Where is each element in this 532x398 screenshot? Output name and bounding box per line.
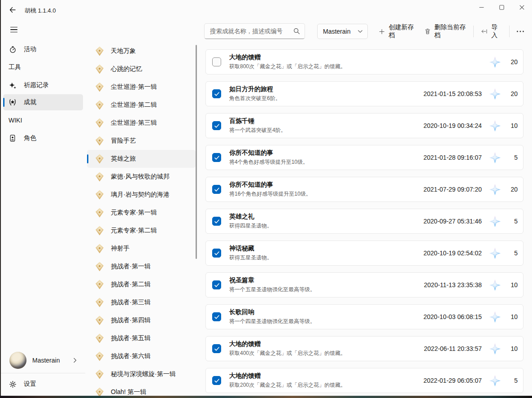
- achievement-reward-value: 5: [507, 377, 518, 384]
- back-arrow-icon: [9, 6, 16, 13]
- sidebar-item-activities[interactable]: 活动: [3, 41, 83, 57]
- primogem-icon: [489, 88, 501, 100]
- achievement-checkbox[interactable]: [212, 57, 221, 66]
- category-item[interactable]: 元素专家·第一辑: [87, 204, 196, 222]
- primogem-icon: [489, 184, 501, 196]
- category-item[interactable]: 尘世巡游·第三辑: [87, 114, 196, 132]
- primogem-icon: [489, 215, 501, 227]
- category-emblem-icon: [94, 315, 105, 326]
- achievement-date: 2021-07-29 09:07:20: [423, 186, 482, 193]
- trash-icon: [425, 28, 431, 35]
- achievement-card: 大地的馈赠 获取400次「藏金之花」或「启示之花」的馈藏。 2022-06-11…: [205, 336, 523, 361]
- achievement-checkbox[interactable]: [212, 249, 221, 258]
- category-list: 天地万象 心跳的记忆: [85, 20, 202, 396]
- category-emblem-icon: [94, 207, 105, 218]
- search-input[interactable]: 搜索成就名称，描述或编号: [204, 23, 305, 39]
- sidebar-item-settings[interactable]: 设置: [3, 376, 83, 392]
- category-item[interactable]: 元素专家·第二辑: [87, 222, 196, 240]
- category-item[interactable]: 秘境与深境螺旋·第一辑: [87, 365, 196, 383]
- user-account-button[interactable]: Masterain: [3, 349, 83, 372]
- category-item[interactable]: 璃月·岩与契约的海港: [87, 186, 196, 204]
- toolbar: 搜索成就名称，描述或编号 Masterain 创建新存档 删除当前存档 导入: [202, 20, 532, 45]
- import-label: 导入: [491, 23, 501, 39]
- achievement-description: 将4个角色好感等级提升至10级。: [229, 158, 308, 166]
- category-item[interactable]: 神射手: [87, 240, 196, 258]
- achievement-title: 百炼千锤: [229, 117, 286, 125]
- achievement-checkbox[interactable]: [212, 376, 221, 385]
- archive-selector-dropdown[interactable]: Masterain: [317, 24, 368, 39]
- category-label: 元素专家·第二辑: [111, 227, 157, 235]
- sidebar-item-characters[interactable]: 角色: [3, 130, 83, 146]
- checkmark-icon: [214, 314, 220, 320]
- category-label: 挑战者·第五辑: [111, 334, 151, 342]
- toolbar-divider: [509, 26, 510, 37]
- chevron-down-icon: [358, 29, 363, 34]
- close-button[interactable]: [512, 0, 532, 14]
- achievement-title: 大地的馈赠: [229, 53, 346, 61]
- achievement-card: 大地的馈赠 获取800次「藏金之花」或「启示之花」的馈藏。 20: [205, 49, 523, 74]
- import-button[interactable]: 导入: [476, 20, 506, 43]
- category-item[interactable]: 天地万象: [87, 42, 196, 60]
- category-emblem-icon: [94, 387, 105, 396]
- category-label: 元素专家·第一辑: [111, 209, 157, 217]
- achievement-description: 将一个五星圣遗物强化至最高等级。: [229, 286, 315, 293]
- achievement-description: 将一个四星圣遗物强化至最高等级。: [229, 318, 315, 325]
- achievement-reward-value: 20: [507, 90, 518, 97]
- category-item[interactable]: 挑战者·第三辑: [87, 293, 196, 311]
- more-options-button[interactable]: [512, 25, 528, 38]
- achievement-checkbox[interactable]: [212, 312, 221, 321]
- category-emblem-icon: [94, 279, 105, 290]
- achievement-content: 搜索成就名称，描述或编号 Masterain 创建新存档 删除当前存档 导入: [202, 20, 532, 396]
- category-item[interactable]: 尘世巡游·第一辑: [87, 78, 196, 96]
- category-emblem-icon: [94, 171, 105, 182]
- chevron-right-icon: [72, 358, 78, 363]
- delete-archive-button[interactable]: 删除当前存档: [420, 20, 471, 43]
- category-item[interactable]: 挑战者·第五辑: [87, 329, 196, 347]
- achievement-checkbox[interactable]: [212, 89, 221, 98]
- primogem-icon: [489, 279, 501, 291]
- minimize-button[interactable]: [471, 0, 492, 14]
- achievement-title: 大地的馈赠: [229, 372, 346, 380]
- category-label: 尘世巡游·第二辑: [111, 101, 157, 109]
- archive-selector-value: Masterain: [323, 28, 358, 35]
- achievement-reward-value: 5: [507, 218, 518, 225]
- close-icon: [519, 5, 524, 10]
- back-button[interactable]: [6, 4, 19, 16]
- category-item[interactable]: 蒙德·风与牧歌的城邦: [87, 168, 196, 186]
- category-label: 尘世巡游·第一辑: [111, 83, 157, 91]
- achievement-card: 神话秘藏 获得五星圣遗物。 2020-10-19 02:54:02 5: [205, 241, 523, 266]
- achievement-description: 获取800次「藏金之花」或「启示之花」的馈藏。: [229, 63, 346, 70]
- category-item[interactable]: 挑战者·第四辑: [87, 311, 196, 329]
- nav-sidebar: 活动 工具 祈愿记录 成就 WIKI 角色 Masterain 设置: [1, 20, 85, 396]
- category-emblem-icon: [94, 297, 105, 308]
- sidebar-item-achievements[interactable]: 成就: [3, 94, 83, 110]
- checkmark-icon: [214, 123, 220, 129]
- search-icon: [293, 28, 300, 35]
- category-item[interactable]: 挑战者·第一辑: [87, 258, 196, 276]
- category-item[interactable]: Olah! 第一辑: [87, 383, 196, 396]
- maximize-button[interactable]: [492, 0, 512, 14]
- category-item[interactable]: 冒险手艺: [87, 132, 196, 150]
- achievement-reward-value: 10: [507, 281, 518, 289]
- achievement-date: 2020-10-19 02:54:02: [423, 249, 482, 257]
- category-item[interactable]: 英雄之旅: [87, 150, 196, 168]
- category-item[interactable]: 挑战者·第六辑: [87, 347, 196, 365]
- create-archive-button[interactable]: 创建新存档: [374, 20, 420, 43]
- category-item[interactable]: 尘世巡游·第二辑: [87, 96, 196, 114]
- category-item[interactable]: 心跳的记忆: [87, 60, 196, 78]
- achievement-checkbox[interactable]: [212, 217, 221, 226]
- category-item[interactable]: 挑战者·第二辑: [87, 276, 196, 293]
- primogem-icon: [489, 56, 501, 68]
- achievement-title: 神话秘藏: [229, 245, 272, 253]
- primogem-icon: [489, 120, 501, 132]
- achievement-checkbox[interactable]: [212, 185, 221, 194]
- achievement-checkbox[interactable]: [212, 344, 221, 353]
- category-label: 神射手: [111, 245, 130, 253]
- sidebar-item-wish-records[interactable]: 祈愿记录: [3, 77, 83, 93]
- category-scrollbar[interactable]: [196, 45, 197, 259]
- hamburger-menu-button[interactable]: [7, 22, 22, 37]
- achievement-checkbox[interactable]: [212, 153, 221, 162]
- achievement-checkbox[interactable]: [212, 280, 221, 289]
- sparkles-icon: [8, 81, 17, 90]
- achievement-checkbox[interactable]: [212, 121, 221, 130]
